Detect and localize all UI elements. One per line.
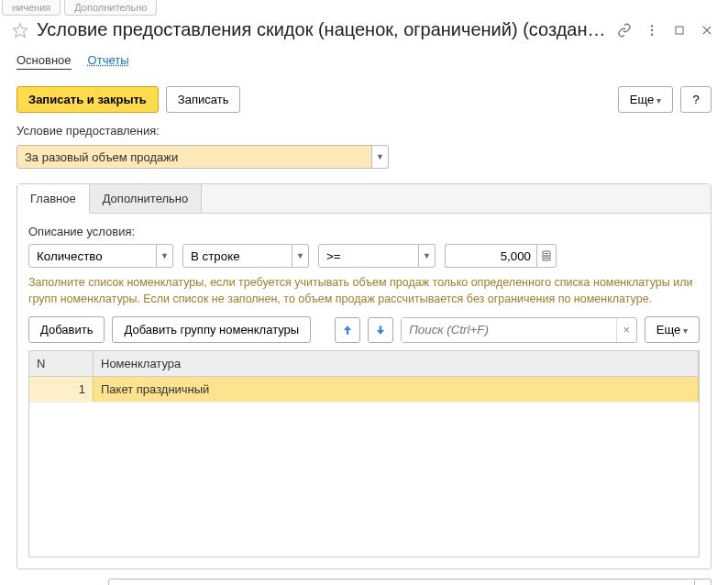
value-input[interactable] — [445, 244, 536, 268]
condition-select[interactable]: За разовый объем продажи — [17, 145, 372, 169]
tab-main[interactable]: Основное — [17, 53, 72, 70]
add-button[interactable]: Добавить — [28, 316, 105, 343]
move-up-icon[interactable] — [335, 317, 360, 343]
close-icon[interactable] — [697, 20, 717, 40]
svg-point-12 — [545, 258, 546, 259]
scope-select[interactable] — [182, 244, 292, 268]
clear-search-icon[interactable]: × — [616, 318, 636, 342]
subtab-extra[interactable]: Дополнительно — [90, 184, 203, 213]
favorite-star-icon[interactable] — [11, 21, 29, 39]
svg-point-3 — [651, 33, 653, 35]
col-header-n[interactable]: N — [29, 351, 94, 376]
chevron-down-icon[interactable]: ▼ — [292, 244, 309, 268]
svg-point-11 — [548, 256, 549, 257]
tab-reports[interactable]: Отчеты — [88, 53, 129, 70]
subtab-main[interactable]: Главное — [17, 184, 90, 214]
naming-input[interactable] — [108, 579, 695, 585]
svg-marker-0 — [14, 23, 28, 37]
maximize-icon[interactable] — [669, 20, 689, 40]
more-button[interactable]: Еще — [618, 86, 673, 113]
svg-point-13 — [546, 258, 547, 259]
svg-rect-4 — [676, 27, 683, 34]
save-button[interactable]: Записать — [166, 86, 241, 113]
col-header-nomenclature[interactable]: Номенклатура — [94, 351, 699, 376]
chevron-down-icon[interactable]: ▼ — [419, 244, 436, 268]
help-button[interactable]: ? — [680, 86, 711, 113]
add-group-button[interactable]: Добавить группу номенклатуры — [112, 316, 311, 343]
svg-point-1 — [651, 25, 653, 27]
table-more-button[interactable]: Еще — [645, 316, 700, 343]
operator-select[interactable] — [318, 244, 419, 268]
bg-tab: ничения — [2, 0, 61, 16]
chevron-down-icon[interactable]: ▼ — [372, 145, 389, 169]
search-input[interactable] — [402, 318, 616, 342]
svg-point-14 — [548, 258, 549, 259]
svg-point-10 — [546, 256, 547, 257]
cell-nomenclature: Пакет праздничный — [94, 377, 699, 402]
save-and-close-button[interactable]: Записать и закрыть — [17, 86, 159, 113]
description-label: Описание условия: — [28, 225, 700, 238]
metric-select[interactable] — [28, 244, 157, 268]
link-icon[interactable] — [614, 20, 634, 40]
nomenclature-table: N Номенклатура 1 Пакет праздничный — [28, 350, 700, 557]
cell-n: 1 — [29, 377, 94, 402]
chevron-down-icon[interactable]: ▼ — [157, 244, 173, 268]
move-down-icon[interactable] — [368, 317, 393, 343]
condition-label: Условие предоставления: — [17, 124, 160, 138]
chevron-down-icon[interactable]: ▼ — [695, 579, 711, 585]
kebab-menu-icon[interactable] — [642, 20, 662, 40]
svg-point-2 — [651, 28, 653, 30]
window-title: Условие предоставления скидок (наценок, … — [37, 19, 607, 40]
calculator-icon[interactable] — [536, 244, 557, 268]
svg-point-9 — [545, 256, 546, 257]
bg-tab: Дополнительно — [64, 0, 157, 16]
hint-text: Заполните список номенклатуры, если треб… — [28, 275, 700, 307]
table-row[interactable]: 1 Пакет праздничный — [29, 377, 699, 403]
